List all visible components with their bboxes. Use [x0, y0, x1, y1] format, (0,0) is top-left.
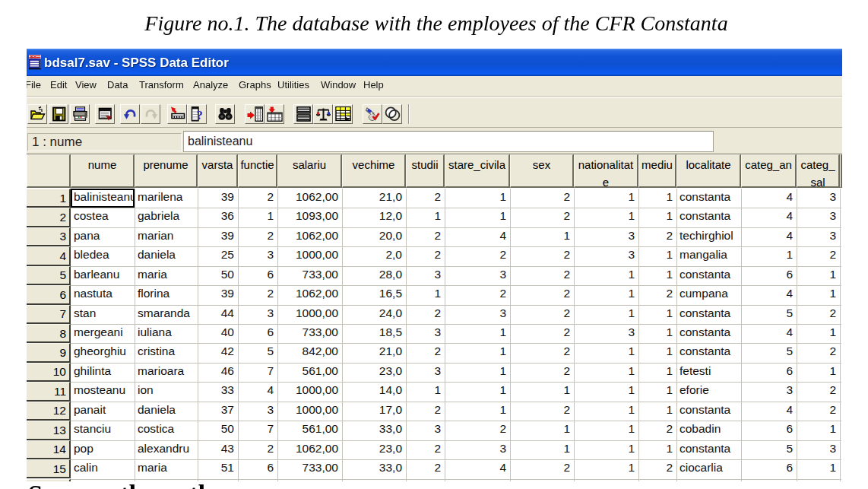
svg-text:?: ? — [197, 108, 204, 122]
